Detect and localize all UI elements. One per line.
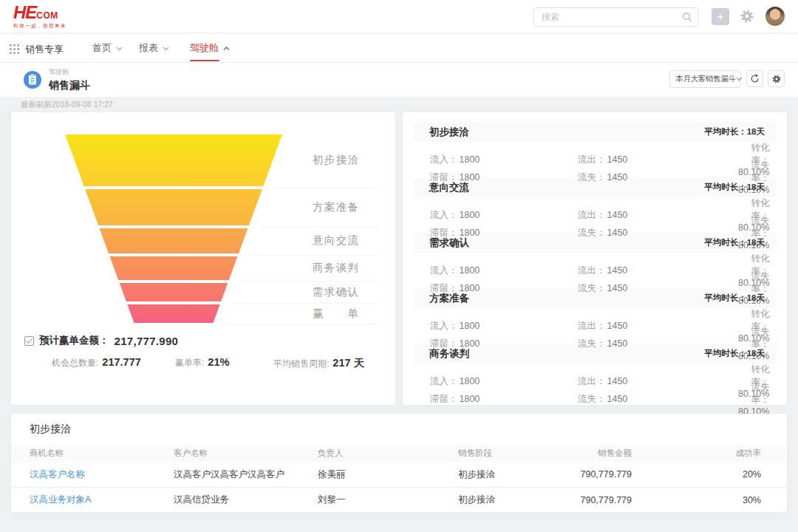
- metric-label: 流入：: [430, 321, 458, 331]
- opportunity-link[interactable]: 汉高客户名称: [30, 468, 174, 481]
- workspace-label[interactable]: 销售专享: [25, 43, 64, 56]
- metric-value: 1450: [606, 210, 628, 220]
- stage-section-3: 方案准备平均时长：18天流入：1800流出：1450转化率：80.10%滞留：1…: [403, 288, 787, 344]
- funnel-card: 初步接洽方案准备意向交流商务谈判需求确认赢单 预计赢单金额： 217,777.9…: [11, 112, 395, 405]
- nav-item-0[interactable]: 首页: [92, 34, 123, 62]
- metric-label: 流入：: [430, 265, 458, 276]
- stage-metrics-row: 流入：1800流出：1450转化率：80.10%: [403, 308, 787, 326]
- funnel-stage-1[interactable]: [85, 189, 262, 225]
- column-header-1: 客户名称: [174, 448, 318, 459]
- funnel-stage-2[interactable]: [100, 228, 248, 253]
- plus-icon: +: [717, 11, 723, 23]
- stat-label: 平均销售周期:: [273, 358, 329, 370]
- page-title-block: 驾驶舱 销售漏斗: [49, 67, 90, 92]
- funnel-stage-label-1: 方案准备: [313, 200, 358, 214]
- settings-icon[interactable]: [739, 8, 755, 24]
- stage-section-title: 需求确认: [429, 236, 469, 250]
- stage-metric: 流出：1450: [578, 375, 737, 388]
- metric-label: 流失：: [578, 338, 606, 349]
- refresh-button[interactable]: [746, 70, 763, 87]
- stage-metric: 流入：1800: [430, 320, 578, 332]
- stage-avg-duration: 平均时长：18天: [704, 348, 765, 359]
- stage-metrics-row: 流入：1800流出：1450转化率：80.10%: [403, 197, 787, 215]
- stage-metric: 流入：1800: [430, 265, 578, 277]
- global-search: [533, 7, 698, 27]
- metric-label: 流出：: [578, 265, 606, 276]
- metric-value: 1450: [606, 321, 628, 331]
- card-settings-button[interactable]: [768, 70, 785, 87]
- chevron-down-icon: [736, 77, 743, 81]
- nav-item-label: 报表: [139, 41, 158, 55]
- stage-metric: 流失：1450: [578, 393, 737, 406]
- expected-amount-label: 预计赢单金额：: [39, 334, 109, 347]
- stat-value: 217.777: [102, 356, 140, 368]
- nav-item-1[interactable]: 报表: [139, 34, 169, 62]
- metric-value: 1450: [606, 338, 628, 349]
- app-grid-icon[interactable]: [10, 44, 19, 57]
- table-cell: 初步接洽: [458, 468, 576, 481]
- stage-avg-duration: 平均时长：18天: [704, 237, 765, 248]
- stage-section-header: 初步接洽平均时长：18天: [413, 122, 777, 142]
- page-title-bar: 驾驶舱 销售漏斗 本月大客销售漏斗: [0, 63, 798, 97]
- nav-item-2[interactable]: 驾驶舱: [190, 34, 230, 62]
- funnel-stage-label-5: 赢单: [313, 307, 358, 321]
- stat-value: 21%: [208, 356, 229, 368]
- funnel-stage-label-2: 意向交流: [313, 233, 358, 248]
- stage-metric: 流出：1450: [578, 154, 737, 166]
- metric-label: 滞留：: [430, 394, 458, 404]
- table-cell: 刘黎一: [318, 494, 458, 506]
- column-header-4: 销售金额: [576, 448, 632, 459]
- add-button[interactable]: +: [712, 8, 729, 25]
- stage-metric: 流入：1800: [430, 375, 578, 388]
- column-header-3: 销售阶段: [458, 448, 576, 459]
- funnel-stage-label-0: 初步接洽: [313, 153, 358, 167]
- stage-metric: 流出：1450: [578, 320, 737, 332]
- nav-item-label: 首页: [92, 41, 112, 55]
- metric-label: 流失率：: [751, 160, 769, 183]
- checkbox-icon[interactable]: [24, 336, 34, 346]
- table-title: 初步接洽: [30, 423, 71, 436]
- column-header-2: 负责人: [318, 448, 458, 459]
- table-row-0: 汉高客户名称汉高客户汉高客户汉高客户徐美丽初步接洽790,779.77920%: [11, 462, 787, 487]
- refresh-icon: [749, 73, 760, 84]
- stat-value: 217 天: [332, 356, 364, 370]
- stage-section-0: 初步接洽平均时长：18天流入：1800流出：1450转化率：80.10%滞留：1…: [403, 122, 787, 177]
- funnel-scope-select[interactable]: 本月大客销售漏斗: [669, 70, 740, 88]
- funnel-stage-3[interactable]: [110, 256, 238, 280]
- search-icon[interactable]: [682, 12, 692, 25]
- stage-section-title: 方案准备: [429, 292, 469, 305]
- metric-label: 流失率：: [751, 271, 769, 294]
- table-cell: 初步接洽: [458, 494, 576, 506]
- funnel-stage-4[interactable]: [120, 283, 228, 301]
- gear-icon: [771, 74, 782, 84]
- user-avatar[interactable]: [765, 7, 785, 26]
- stage-avg-duration: 平均时长：18天: [704, 293, 765, 304]
- metric-label: 流失率：: [751, 216, 769, 239]
- metric-value: 1800: [458, 376, 480, 386]
- metric-label: 流出：: [578, 210, 606, 220]
- stat-label: 赢单率:: [175, 357, 204, 369]
- stage-metric: 流失率：80.10%: [737, 381, 769, 417]
- table-cell: 790,779.779: [576, 495, 632, 505]
- table-cell: 汉高信贷业务: [174, 494, 318, 506]
- metric-value: 1450: [606, 376, 628, 386]
- chevron-down-icon: [116, 47, 123, 51]
- stage-section-title: 商务谈判: [429, 347, 469, 361]
- funnel-stage-5[interactable]: [127, 304, 219, 323]
- funnel-stat-2: 平均销售周期:217 天: [273, 356, 364, 370]
- funnel-stage-0[interactable]: [65, 134, 282, 186]
- stage-metrics-row: 流入：1800流出：1450转化率：80.10%: [403, 253, 787, 270]
- brand-logo[interactable]: HEcom 和你一起，创想未来: [13, 4, 66, 29]
- funnel-stage-label-3: 商务谈判: [313, 261, 358, 275]
- stage-section-1: 意向交流平均时长：18天流入：1800流出：1450转化率：80.10%滞留：1…: [403, 177, 787, 233]
- breadcrumb: 驾驶舱: [49, 67, 90, 77]
- search-input[interactable]: [533, 7, 698, 27]
- opportunity-link[interactable]: 汉高业务对象A: [30, 494, 174, 506]
- stage-section-2: 需求确认平均时长：18天流入：1800流出：1450转化率：80.10%滞留：1…: [403, 233, 787, 288]
- stage-metric: 滞留：1800: [430, 393, 578, 406]
- metric-value: 1800: [458, 394, 480, 404]
- metric-value: 1450: [606, 228, 628, 238]
- logo-tagline: 和你一起，创想未来: [13, 24, 66, 29]
- metric-label: 流出：: [578, 154, 606, 165]
- top-bar: HEcom 和你一起，创想未来 +: [0, 0, 798, 33]
